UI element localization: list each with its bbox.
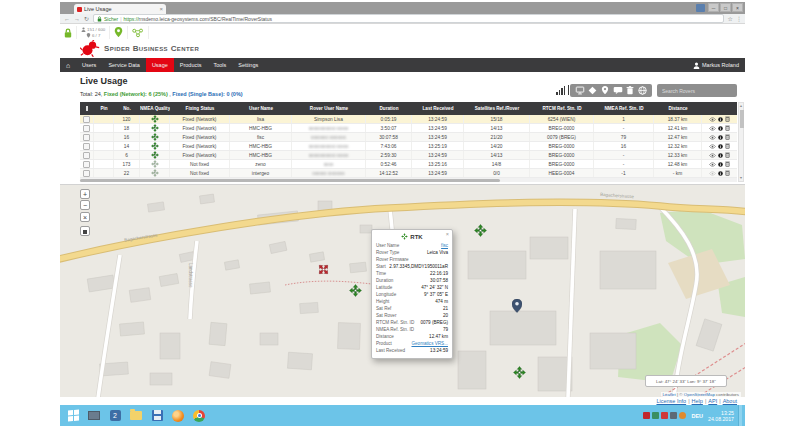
- col-pin[interactable]: Pin: [94, 106, 114, 111]
- footer-link[interactable]: License Info: [656, 398, 686, 404]
- info-icon[interactable]: [718, 135, 723, 140]
- eye-icon[interactable]: [709, 126, 716, 131]
- green-cross-marker[interactable]: [474, 223, 487, 241]
- table-row[interactable]: 22: [80, 169, 737, 178]
- nav-item[interactable]: Settings: [232, 58, 264, 72]
- delete-icon[interactable]: [725, 170, 730, 176]
- green-cross-marker[interactable]: [349, 283, 362, 301]
- zoom-in-button[interactable]: +: [80, 189, 90, 199]
- tray-shield-icon[interactable]: [670, 412, 677, 419]
- info-icon[interactable]: [718, 144, 723, 149]
- language-indicator[interactable]: DEU: [691, 413, 703, 419]
- col-duration[interactable]: Duration: [366, 106, 412, 111]
- table-horizontal-scrollbar[interactable]: [80, 178, 737, 182]
- col-fixing-status[interactable]: Fixing Status: [170, 106, 230, 111]
- nav-item[interactable]: Service Data: [102, 58, 146, 72]
- tray-red-icon[interactable]: [661, 412, 668, 419]
- table-row[interactable]: 16: [80, 133, 737, 142]
- footer-link[interactable]: Help: [686, 398, 703, 404]
- eye-icon[interactable]: [709, 171, 716, 176]
- reload-icon[interactable]: ↻: [84, 15, 89, 23]
- col-no[interactable]: No.: [114, 106, 140, 111]
- delete-icon[interactable]: [725, 143, 730, 149]
- user-menu[interactable]: Markus Roland: [693, 58, 745, 72]
- info-icon[interactable]: [718, 153, 723, 158]
- tab-close-icon[interactable]: ×: [159, 7, 163, 12]
- eye-icon[interactable]: [709, 144, 716, 149]
- monitor-icon[interactable]: [575, 86, 585, 95]
- tray-orange-icon[interactable]: [679, 412, 686, 419]
- nav-item[interactable]: Usage: [146, 58, 174, 72]
- explorer-icon[interactable]: [86, 408, 102, 424]
- row-checkbox[interactable]: [83, 143, 90, 150]
- red-cross-marker[interactable]: [317, 262, 330, 280]
- delete-icon[interactable]: [725, 134, 730, 140]
- show-desktop-button[interactable]: [738, 405, 742, 426]
- table-row[interactable]: 14: [80, 142, 737, 151]
- folder-icon[interactable]: [128, 408, 144, 424]
- col-last-received[interactable]: Last Received: [412, 106, 464, 111]
- scroll-down-icon[interactable]: ▼: [739, 175, 743, 181]
- map[interactable]: Bagacherstrasse Bagacherstrasse Landstra…: [60, 184, 745, 398]
- app-window-icon[interactable]: 2: [107, 408, 123, 424]
- zoom-out-button[interactable]: −: [80, 200, 90, 210]
- delete-icon[interactable]: [725, 161, 730, 167]
- nav-item[interactable]: Products: [174, 58, 208, 72]
- maximize-button[interactable]: □: [720, 3, 731, 12]
- select-all-checkbox[interactable]: [80, 106, 94, 111]
- scrollbar-thumb[interactable]: [740, 110, 744, 128]
- info-icon[interactable]: [718, 126, 723, 131]
- delete-icon[interactable]: [725, 152, 730, 158]
- popup-close-icon[interactable]: ×: [446, 232, 449, 237]
- col-rover-user-name[interactable]: Rover User Name: [292, 106, 366, 111]
- tray-flag-icon[interactable]: [652, 412, 659, 419]
- rover-diamond-icon[interactable]: [588, 86, 597, 95]
- message-icon[interactable]: [613, 86, 623, 95]
- row-checkbox[interactable]: [83, 170, 90, 177]
- back-icon[interactable]: ←: [64, 15, 70, 23]
- trash-icon[interactable]: [626, 86, 634, 95]
- delete-icon[interactable]: [725, 116, 730, 122]
- row-checkbox[interactable]: [83, 134, 90, 141]
- col-rtcm-ref[interactable]: RTCM Ref. Stn. ID: [530, 106, 594, 111]
- save-icon[interactable]: [149, 408, 165, 424]
- table-row[interactable]: 173: [80, 160, 737, 169]
- nav-item[interactable]: Users: [76, 58, 102, 72]
- map-pin-button[interactable]: [110, 26, 128, 39]
- network-button[interactable]: [128, 26, 149, 39]
- tray-grid-icon[interactable]: [643, 412, 650, 419]
- globe-icon[interactable]: [638, 86, 647, 95]
- col-satellites[interactable]: Satellites Ref./Rover: [464, 106, 530, 111]
- star-icon[interactable]: ☆: [728, 15, 733, 23]
- col-nmea-ref[interactable]: NMEA Ref. Stn. ID: [594, 106, 654, 111]
- info-icon[interactable]: [718, 171, 723, 176]
- browser-tab[interactable]: Live Usage ×: [74, 4, 166, 14]
- green-cross-marker[interactable]: [513, 365, 526, 383]
- table-row[interactable]: 18: [80, 124, 737, 133]
- layers-button[interactable]: [80, 226, 90, 236]
- col-distance[interactable]: Distance: [654, 106, 702, 111]
- search-input[interactable]: [660, 87, 734, 95]
- delete-icon[interactable]: [725, 125, 730, 131]
- close-map-button[interactable]: ×: [80, 212, 90, 222]
- start-button[interactable]: [65, 408, 81, 424]
- table-row[interactable]: 6 F: [80, 151, 737, 160]
- col-user-name[interactable]: User Name: [230, 106, 292, 111]
- eye-icon[interactable]: [709, 162, 716, 167]
- minimize-button[interactable]: ─: [708, 3, 719, 12]
- row-checkbox[interactable]: [83, 125, 90, 132]
- close-button[interactable]: ×: [732, 3, 743, 12]
- home-icon[interactable]: ⌂: [60, 58, 76, 72]
- row-checkbox[interactable]: [83, 152, 90, 159]
- fixed-network-count[interactable]: Fixed (Network): 6 (25%): [104, 91, 168, 97]
- fixed-single-base-count[interactable]: Fixed (Single Base): 0 (0%): [172, 91, 242, 97]
- blue-pin-marker[interactable]: [512, 299, 522, 317]
- clock[interactable]: 13:25 24.08.2017: [708, 410, 734, 422]
- table-vertical-scrollbar[interactable]: ▲ ▼: [738, 102, 744, 182]
- info-icon[interactable]: [718, 162, 723, 167]
- scroll-up-icon[interactable]: ▲: [739, 103, 743, 109]
- eye-icon[interactable]: [709, 117, 716, 122]
- nav-item[interactable]: Tools: [208, 58, 233, 72]
- row-checkbox[interactable]: [83, 161, 90, 168]
- firefox-icon[interactable]: [170, 408, 186, 424]
